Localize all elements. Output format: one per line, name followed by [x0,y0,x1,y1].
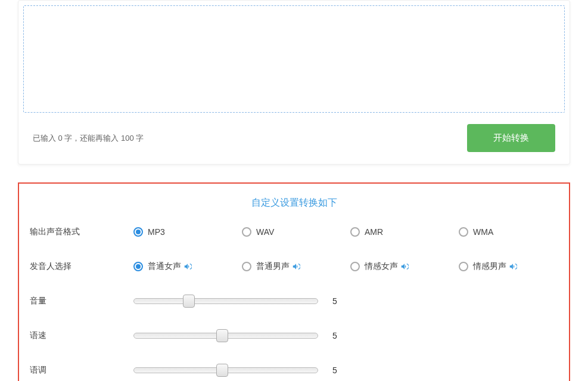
sound-icon[interactable] [509,262,517,271]
radio-label: 普通女声 [148,261,181,272]
radio-male-normal[interactable]: 普通男声 [242,261,350,272]
volume-row: 音量 5 [30,294,558,308]
radio-icon [242,262,251,271]
radio-icon [133,262,143,271]
pitch-row: 语调 5 [30,363,558,377]
radio-amr[interactable]: AMR [350,227,459,237]
speed-label: 语速 [30,330,133,341]
speed-slider-thumb[interactable] [216,329,228,342]
pitch-value: 5 [332,365,337,375]
radio-mp3[interactable]: MP3 [133,227,242,237]
pitch-slider-thumb[interactable] [216,364,228,377]
speaker-row: 发音人选择 普通女声 普通男声 [30,259,558,274]
output-format-label: 输出声音格式 [30,227,133,237]
sound-icon[interactable] [183,262,192,271]
radio-wav[interactable]: WAV [242,227,350,237]
radio-label: WAV [256,227,274,237]
char-count-text: 已输入 0 字，还能再输入 100 字 [33,133,144,144]
radio-label: 普通男声 [256,261,290,272]
speed-row: 语速 5 [30,329,558,343]
radio-label: MP3 [148,227,165,237]
pitch-slider[interactable] [133,367,318,373]
settings-panel: 自定义设置转换如下 输出声音格式 MP3 WAV AMR W [18,182,570,381]
volume-slider-thumb[interactable] [183,295,195,308]
radio-icon [133,227,143,237]
textarea-wrap [18,1,570,114]
speaker-group: 普通女声 普通男声 情感女声 [133,261,567,272]
volume-slider[interactable] [133,298,318,304]
radio-label: 情感男声 [473,261,506,272]
output-format-group: MP3 WAV AMR WMA [133,227,567,237]
sound-icon[interactable] [292,262,300,271]
speed-value: 5 [332,331,337,340]
radio-wma[interactable]: WMA [459,227,567,237]
pitch-label: 语调 [30,365,133,376]
sound-icon[interactable] [400,262,409,271]
radio-female-normal[interactable]: 普通女声 [133,261,242,272]
radio-male-emotional[interactable]: 情感男声 [459,261,567,272]
radio-icon [459,262,468,271]
radio-female-emotional[interactable]: 情感女声 [350,261,459,272]
radio-icon [350,262,360,271]
speed-slider[interactable] [133,333,318,339]
volume-label: 音量 [30,296,133,306]
speed-slider-wrap: 5 [133,331,558,340]
input-card: 已输入 0 字，还能再输入 100 字 开始转换 [18,0,570,165]
radio-icon [242,227,251,237]
volume-value: 5 [332,296,337,306]
radio-label: 情感女声 [365,261,398,272]
volume-slider-wrap: 5 [133,296,558,306]
convert-button[interactable]: 开始转换 [467,124,555,152]
settings-title: 自定义设置转换如下 [19,184,569,225]
status-row: 已输入 0 字，还能再输入 100 字 开始转换 [18,114,570,164]
radio-label: WMA [473,227,493,237]
radio-icon [459,227,468,237]
speaker-label: 发音人选择 [30,261,133,272]
radio-label: AMR [365,227,383,237]
radio-icon [350,227,360,237]
text-input[interactable] [23,5,565,113]
output-format-row: 输出声音格式 MP3 WAV AMR WMA [30,225,558,239]
pitch-slider-wrap: 5 [133,365,558,375]
